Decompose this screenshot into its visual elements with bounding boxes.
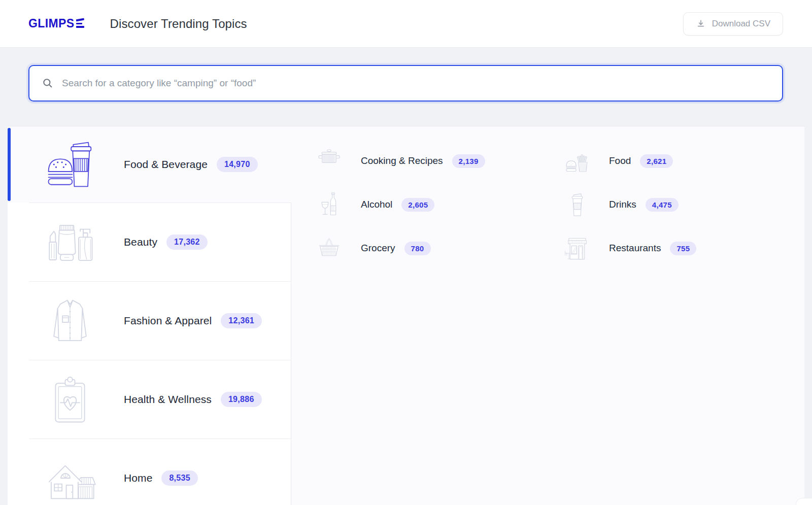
selected-category-accent xyxy=(8,128,11,201)
subcategory-panel: Cooking & Recipes 2,139 Food 2,621 Alcoh… xyxy=(291,126,804,505)
subcategory-restaurants[interactable]: Restaurants 755 xyxy=(562,226,804,270)
search-bar xyxy=(28,65,783,102)
subcategory-grocery[interactable]: Grocery 780 xyxy=(314,226,562,270)
category-label: Home xyxy=(124,472,152,484)
house-icon xyxy=(38,451,101,505)
subcategory-label: Restaurants xyxy=(609,243,661,254)
burger-fries-icon xyxy=(562,147,592,176)
count-badge: 755 xyxy=(670,242,696,255)
download-csv-button[interactable]: Download CSV xyxy=(683,12,783,36)
subcategory-label: Grocery xyxy=(361,243,395,254)
count-badge: 2,621 xyxy=(640,154,673,168)
logo-e-icon xyxy=(76,19,84,28)
count-badge: 780 xyxy=(404,242,431,255)
cosmetics-icon xyxy=(38,215,101,269)
category-row-home[interactable]: Home 8,535 xyxy=(8,439,291,505)
storefront-icon xyxy=(562,234,592,263)
category-label: Health & Wellness xyxy=(124,393,212,406)
search-input[interactable] xyxy=(28,65,783,102)
count-badge: 14,970 xyxy=(217,157,258,172)
bottom-right-widget[interactable] xyxy=(796,498,812,505)
shopping-basket-icon xyxy=(314,234,344,263)
subcategory-food[interactable]: Food 2,621 xyxy=(562,139,804,183)
takeaway-cup-icon xyxy=(562,190,592,219)
logo-text: GLIMPS xyxy=(28,17,75,30)
subcategory-label: Drinks xyxy=(609,199,636,210)
category-row-health-wellness[interactable]: Health & Wellness 19,886 xyxy=(8,360,291,439)
count-badge: 12,361 xyxy=(221,313,262,328)
category-row-beauty[interactable]: Beauty 17,362 xyxy=(8,203,291,281)
wine-icon xyxy=(314,190,344,219)
download-csv-label: Download CSV xyxy=(712,19,770,29)
content-area: Food & Beverage 14,970 Beauty 17,362 Fas… xyxy=(8,126,804,505)
header: GLIMPS Discover Trending Topics Download… xyxy=(0,0,812,48)
count-badge: 8,535 xyxy=(161,470,198,486)
count-badge: 19,886 xyxy=(221,392,262,407)
category-row-fashion-apparel[interactable]: Fashion & Apparel 12,361 xyxy=(8,281,291,360)
subcategory-cooking-recipes[interactable]: Cooking & Recipes 2,139 xyxy=(314,139,562,183)
category-list: Beauty 17,362 Fashion & Apparel 12,361 H… xyxy=(8,203,291,505)
subcategory-label: Alcohol xyxy=(361,199,392,210)
page-title: Discover Trending Topics xyxy=(110,17,247,31)
count-badge: 17,362 xyxy=(166,234,208,250)
burger-coffee-icon xyxy=(38,138,101,191)
category-label: Beauty xyxy=(124,236,157,248)
clipboard-heart-icon xyxy=(38,373,101,426)
subcategory-label: Food xyxy=(609,155,631,166)
download-icon xyxy=(696,19,706,29)
subcategory-drinks[interactable]: Drinks 4,475 xyxy=(562,183,804,226)
category-label: Fashion & Apparel xyxy=(124,315,212,327)
count-badge: 2,605 xyxy=(401,198,434,212)
glimpse-logo: GLIMPS xyxy=(28,17,84,30)
subcategory-alcohol[interactable]: Alcohol 2,605 xyxy=(314,183,562,226)
subcategory-label: Cooking & Recipes xyxy=(361,155,443,166)
category-label: Food & Beverage xyxy=(124,158,208,171)
count-badge: 4,475 xyxy=(646,198,679,212)
shirt-icon xyxy=(38,294,101,348)
count-badge: 2,139 xyxy=(452,154,485,168)
cooking-pot-icon xyxy=(314,147,344,176)
category-row-food-beverage[interactable]: Food & Beverage 14,970 xyxy=(8,126,291,203)
